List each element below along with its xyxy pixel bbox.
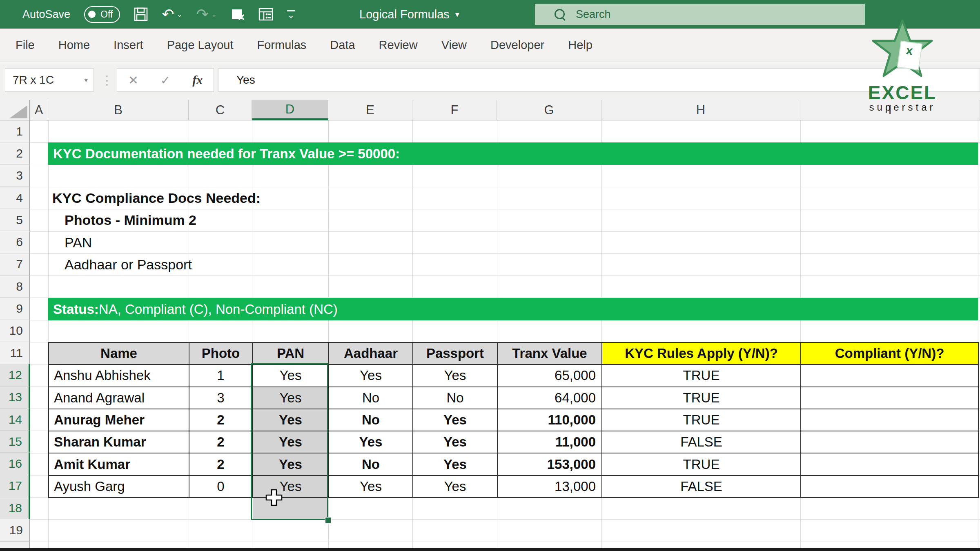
row-header-18[interactable]: 18 [0, 497, 30, 519]
row-header-1[interactable]: 1 [0, 120, 30, 142]
cancel-icon[interactable]: ✕ [128, 73, 138, 87]
tab-page-layout[interactable]: Page Layout [167, 38, 234, 52]
form-icon[interactable] [258, 7, 273, 21]
tab-developer[interactable]: Developer [490, 38, 544, 52]
table-cell-r14-c4[interactable]: Yes [413, 409, 498, 431]
name-box-dropdown-icon[interactable]: ▾ [84, 76, 88, 84]
table-header-photo[interactable]: Photo [189, 343, 253, 365]
table-header-tranx-value[interactable]: Tranx Value [498, 343, 602, 365]
table-cell-r15-c0[interactable]: Sharan Kumar [49, 431, 189, 453]
table-cell-r14-c1[interactable]: 2 [189, 409, 253, 431]
table-cell-r17-c7[interactable] [801, 476, 979, 498]
table-cell-r12-c3[interactable]: Yes [329, 365, 413, 387]
table-header-kyc-rules-apply-y-n[interactable]: KYC Rules Apply (Y/N)? [602, 343, 801, 365]
table-cell-r13-c4[interactable]: No [413, 387, 498, 409]
row-header-3[interactable]: 3 [0, 165, 30, 187]
row-header-6[interactable]: 6 [0, 231, 30, 253]
table-cell-r14-c0[interactable]: Anurag Meher [49, 409, 189, 431]
name-box[interactable]: 7R x 1C ▾ [5, 68, 94, 92]
customize-toolbar-icon[interactable]: ⌄ [287, 10, 294, 18]
table-header-compliant-y-n[interactable]: Compliant (Y/N)? [801, 343, 979, 365]
save-icon[interactable] [134, 7, 148, 21]
cell-docs-heading[interactable]: KYC Compliance Docs Needed: [52, 187, 261, 209]
row-header-2[interactable]: 2 [0, 142, 30, 164]
table-cell-r12-c6[interactable]: TRUE [602, 365, 801, 387]
table-cell-r17-c3[interactable]: Yes [329, 476, 413, 498]
redo-dropdown-icon[interactable]: ⌄ [211, 11, 217, 18]
tab-help[interactable]: Help [568, 38, 592, 52]
tab-file[interactable]: File [16, 38, 35, 52]
table-cell-r14-c5[interactable]: 110,000 [498, 409, 602, 431]
cell-docs-item-photos[interactable]: Photos - Minimum 2 [65, 209, 196, 231]
table-cell-r15-c6[interactable]: FALSE [602, 431, 801, 453]
undo-button[interactable]: ↶ ⌄ [162, 7, 182, 22]
table-cell-r15-c1[interactable]: 2 [189, 431, 253, 453]
banner-status[interactable]: Status: NA, Compliant (C), Non-Compliant… [48, 298, 978, 320]
column-header-B[interactable]: B [48, 100, 189, 120]
row-header-17[interactable]: 17 [0, 475, 30, 497]
table-cell-r16-c7[interactable] [801, 453, 979, 475]
table-cell-r16-c0[interactable]: Amit Kumar [49, 453, 189, 475]
enter-icon[interactable]: ✓ [160, 73, 170, 87]
table-header-pan[interactable]: PAN [253, 343, 329, 365]
table-cell-r12-c0[interactable]: Anshu Abhishek [49, 365, 189, 387]
table-cell-r15-c3[interactable]: Yes [329, 431, 413, 453]
row-header-9[interactable]: 9 [0, 298, 30, 320]
table-cell-r13-c0[interactable]: Anand Agrawal [49, 387, 189, 409]
tab-view[interactable]: View [441, 38, 467, 52]
table-header-passport[interactable]: Passport [413, 343, 498, 365]
row-header-11[interactable]: 11 [0, 342, 30, 364]
cell-docs-item-aadhaar[interactable]: Aadhaar or Passport [65, 253, 192, 276]
column-header-E[interactable]: E [328, 100, 412, 120]
undo-dropdown-icon[interactable]: ⌄ [177, 11, 183, 18]
fill-handle[interactable] [325, 517, 332, 524]
row-header-7[interactable]: 7 [0, 253, 30, 276]
insert-function-icon[interactable]: fx [192, 73, 203, 87]
cell-docs-item-pan[interactable]: PAN [65, 231, 92, 254]
row-header-19[interactable]: 19 [0, 519, 30, 541]
table-cell-r16-c4[interactable]: Yes [413, 453, 498, 475]
column-header-D[interactable]: D [252, 100, 328, 120]
table-cell-r17-c1[interactable]: 0 [189, 476, 253, 498]
tab-data[interactable]: Data [330, 38, 355, 52]
tab-home[interactable]: Home [58, 38, 90, 52]
tab-insert[interactable]: Insert [114, 38, 143, 52]
table-cell-r15-c4[interactable]: Yes [413, 431, 498, 453]
table-cell-r17-c5[interactable]: 13,000 [498, 476, 602, 498]
table-cell-r12-c4[interactable]: Yes [413, 365, 498, 387]
table-cell-r12-c1[interactable]: 1 [189, 365, 253, 387]
row-header-15[interactable]: 15 [0, 431, 30, 453]
delete-rows-icon[interactable] [231, 7, 245, 21]
table-cell-r15-c7[interactable] [801, 431, 979, 453]
row-header-10[interactable]: 10 [0, 320, 30, 342]
tab-formulas[interactable]: Formulas [257, 38, 306, 52]
search-input[interactable]: Search [535, 4, 865, 25]
table-cell-r15-c5[interactable]: 11,000 [498, 431, 602, 453]
document-title[interactable]: Logical Formulas ▾ [359, 0, 459, 29]
table-cell-r13-c3[interactable]: No [329, 387, 413, 409]
table-cell-r13-c5[interactable]: 64,000 [498, 387, 602, 409]
row-header-16[interactable]: 16 [0, 453, 30, 475]
autosave-toggle[interactable]: Off [84, 6, 120, 23]
table-cell-r13-c1[interactable]: 3 [189, 387, 253, 409]
table-cell-r12-c5[interactable]: 65,000 [498, 365, 602, 387]
banner-kyc-docs[interactable]: KYC Documentation needed for Tranx Value… [48, 142, 978, 165]
table-header-aadhaar[interactable]: Aadhaar [329, 343, 413, 365]
column-header-A[interactable]: A [30, 100, 48, 120]
row-header-13[interactable]: 13 [0, 387, 30, 409]
column-header-G[interactable]: G [497, 100, 601, 120]
table-cell-r12-c7[interactable] [801, 365, 979, 387]
select-all-button[interactable] [0, 100, 30, 120]
table-cell-r17-c4[interactable]: Yes [413, 476, 498, 498]
table-cell-r16-c6[interactable]: TRUE [602, 453, 801, 475]
row-header-4[interactable]: 4 [0, 187, 30, 209]
table-cell-r13-c7[interactable] [801, 387, 979, 409]
row-header-12[interactable]: 12 [0, 364, 30, 386]
table-cell-r16-c5[interactable]: 153,000 [498, 453, 602, 475]
table-cell-r16-c3[interactable]: No [329, 453, 413, 475]
row-header-5[interactable]: 5 [0, 209, 30, 231]
tab-review[interactable]: Review [379, 38, 418, 52]
table-cell-r14-c7[interactable] [801, 409, 979, 431]
table-cell-r13-c6[interactable]: TRUE [602, 387, 801, 409]
row-header-14[interactable]: 14 [0, 409, 30, 431]
